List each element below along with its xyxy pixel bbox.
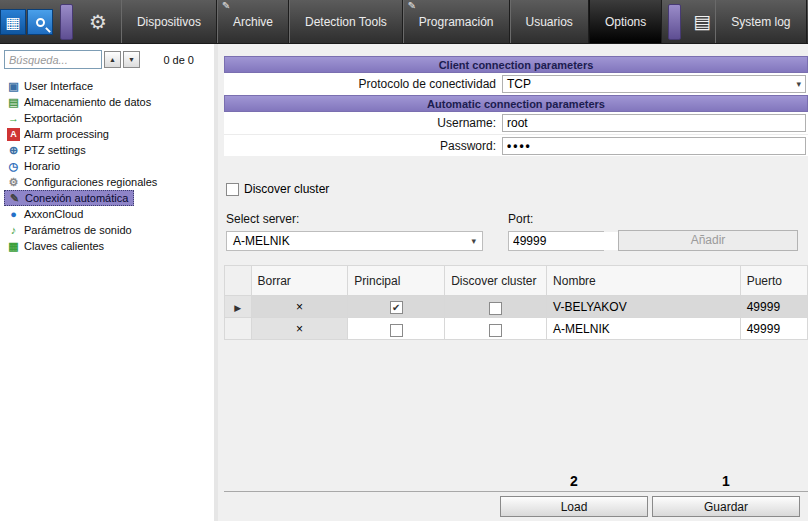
toolbar-purple-divider <box>60 4 73 40</box>
nombre-cell: V-BELYAKOV <box>547 296 741 318</box>
search-prev-button[interactable]: ▲ <box>104 51 121 68</box>
table-row[interactable]: × A-MELNIK 49999 <box>225 318 808 340</box>
step-number-guardar: 1 <box>652 473 800 491</box>
settings-tree-sidebar: ▲ ▼ 0 de 0 ▣User Interface ▤Almacenamien… <box>0 44 218 521</box>
username-field[interactable] <box>502 114 806 132</box>
step-number-load: 2 <box>500 473 648 491</box>
sidebar-item-config-regionales[interactable]: ⚙Configuraciones regionales <box>4 174 162 190</box>
doc-glyph: ▤ <box>693 10 711 33</box>
edit-list-icon: ✎ <box>7 192 22 205</box>
chevron-down-icon: ▾ <box>471 236 476 246</box>
tree-item-label: Conexión automática <box>25 192 128 204</box>
sidebar-item-conexion-automatica[interactable]: ✎Conexión automática <box>4 190 134 206</box>
sidebar-item-horario[interactable]: ◷Horario <box>4 158 65 174</box>
header-discover-cluster: Discover cluster <box>445 266 547 296</box>
add-server-button[interactable]: Añadir <box>618 230 798 251</box>
search-next-button[interactable]: ▼ <box>123 51 140 68</box>
server-dropdown[interactable]: A-MELNIK ▾ <box>226 231 483 251</box>
header-borrar: Borrar <box>251 266 348 296</box>
tree-item-label: Alarm processing <box>24 128 109 140</box>
sidebar-item-almacenamiento[interactable]: ▤Almacenamiento de datos <box>4 94 156 110</box>
wrench-icon: ⚙ <box>6 176 21 189</box>
table-row[interactable]: ▶ × ✔ V-BELYAKOV 49999 <box>225 296 808 318</box>
tab-usuarios[interactable]: Usuarios <box>510 0 589 43</box>
up-arrow-icon: ▲ <box>109 56 116 63</box>
delete-server-cell[interactable]: × <box>251 318 348 340</box>
protocol-value: TCP <box>507 77 531 91</box>
tab-label: Archive <box>233 15 273 29</box>
crosshair-icon: ⊕ <box>6 144 21 157</box>
save-button[interactable]: Guardar <box>652 496 800 517</box>
search-input[interactable] <box>4 50 102 69</box>
sidebar-item-axxoncloud[interactable]: ●AxxonCloud <box>4 206 88 222</box>
section-header-client-connection: Client connection parameters <box>224 56 808 73</box>
password-row: Password: <box>224 134 808 156</box>
search-icon[interactable] <box>27 9 53 35</box>
current-row-marker: ▶ <box>225 296 252 318</box>
protocol-label: Protocolo de conectividad <box>224 77 502 91</box>
row-marker-cell <box>225 318 252 340</box>
tree-item-label: AxxonCloud <box>24 208 83 220</box>
apps-grid-glyph: ▦ <box>5 13 20 32</box>
load-button[interactable]: Load <box>500 496 648 517</box>
row-marker-header <box>225 266 252 296</box>
tree-item-label: Almacenamiento de datos <box>24 96 151 108</box>
tree-item-label: Horario <box>24 160 60 172</box>
tab-programacion[interactable]: ✎Programación <box>403 0 510 43</box>
tree-item-label: Configuraciones regionales <box>24 176 157 188</box>
tab-label: Detection Tools <box>305 15 387 29</box>
alarm-icon: A <box>7 128 20 141</box>
apps-grid-icon[interactable]: ▦ <box>0 9 26 35</box>
tree-item-label: Parámetros de sonido <box>24 224 132 236</box>
principal-checkbox[interactable]: ✔ <box>390 301 403 314</box>
empty-area <box>224 340 808 473</box>
tab-detection-tools[interactable]: Detection Tools <box>289 0 403 43</box>
sidebar-item-ptz-settings[interactable]: ⊕PTZ settings <box>4 142 91 158</box>
main-menu-tabs: Dispositivos ✎Archive Detection Tools ✎P… <box>121 0 662 43</box>
tree-item-label: Exportación <box>24 112 82 124</box>
keyboard-icon: ▦ <box>6 240 21 253</box>
delete-x-icon[interactable]: × <box>296 300 303 314</box>
select-server-label: Select server: <box>226 212 508 226</box>
tab-archive[interactable]: ✎Archive <box>217 0 289 43</box>
principal-checkbox[interactable] <box>390 324 403 337</box>
tree-item-label: User Interface <box>24 80 93 92</box>
tree-item-label: Claves calientes <box>24 240 104 252</box>
discover-cell <box>445 318 547 340</box>
tab-label: Dispositivos <box>137 15 201 29</box>
port-spinner[interactable]: ▲ ▼ <box>508 231 604 251</box>
port-label: Port: <box>508 212 533 226</box>
edit-pencil-icon: ✎ <box>408 0 416 11</box>
storage-icon: ▤ <box>6 96 21 109</box>
sidebar-item-alarm-processing[interactable]: AAlarm processing <box>4 126 114 142</box>
discover-checkbox[interactable] <box>489 324 502 337</box>
tree-item-label: PTZ settings <box>24 144 86 156</box>
tab-label: Programación <box>419 15 494 29</box>
tree-search-row: ▲ ▼ 0 de 0 <box>0 49 214 72</box>
tab-options[interactable]: Options <box>589 0 662 43</box>
tab-dispositivos[interactable]: Dispositivos <box>121 0 217 43</box>
puerto-cell: 49999 <box>740 318 807 340</box>
cloud-icon: ● <box>6 208 21 220</box>
protocol-dropdown[interactable]: TCP ▾ <box>502 75 806 93</box>
top-toolbar: ▦ ⚙ Dispositivos ✎Archive Detection Tool… <box>0 0 808 44</box>
cluster-config-area: Discover cluster Select server: Port: A-… <box>224 156 808 251</box>
servers-table: Borrar Principal Discover cluster Nombre… <box>224 265 808 340</box>
tab-system-log[interactable]: System log <box>715 0 806 43</box>
sidebar-item-parametros-sonido[interactable]: ♪Parámetros de sonido <box>4 222 137 238</box>
sidebar-item-user-interface[interactable]: ▣User Interface <box>4 78 98 94</box>
export-arrow-icon: → <box>6 112 21 124</box>
server-value: A-MELNIK <box>233 234 290 248</box>
system-log-icon[interactable]: ▤ <box>693 0 711 43</box>
sidebar-item-claves-calientes[interactable]: ▦Claves calientes <box>4 238 109 254</box>
header-nombre: Nombre <box>547 266 741 296</box>
down-arrow-icon: ▼ <box>128 56 135 63</box>
discover-checkbox[interactable] <box>489 302 502 315</box>
sidebar-item-exportacion[interactable]: →Exportación <box>4 110 87 126</box>
delete-x-icon[interactable]: × <box>296 322 303 336</box>
puerto-cell: 49999 <box>740 296 807 318</box>
gear-icon[interactable]: ⚙ <box>89 0 107 43</box>
discover-cluster-checkbox[interactable] <box>226 183 239 196</box>
delete-server-cell[interactable]: × <box>251 296 348 318</box>
password-field[interactable] <box>502 137 806 155</box>
